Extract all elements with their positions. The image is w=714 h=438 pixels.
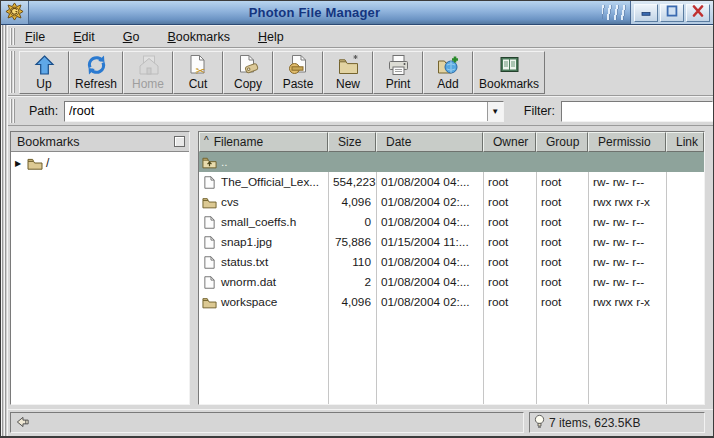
menu-items: FileEditGoBookmarksHelp — [19, 28, 306, 46]
folder-icon — [27, 157, 43, 170]
table-row[interactable]: small_coeffs.h 0 01/08/2004 04:... root … — [199, 212, 704, 232]
filter-combo: ▼ — [561, 101, 713, 122]
table-row[interactable]: wnorm.dat 2 01/08/2004 04:... root root … — [199, 272, 704, 292]
refresh-icon — [84, 54, 109, 76]
folder-up-icon — [202, 156, 217, 169]
copy-icon — [236, 54, 261, 76]
home-icon — [136, 54, 161, 76]
path-dropdown-arrow-icon[interactable]: ▼ — [487, 102, 503, 121]
hand-pointer-icon — [15, 414, 30, 432]
bookmarks-icon — [497, 54, 522, 76]
close-icon — [691, 5, 705, 20]
pathbar-grip[interactable] — [10, 99, 15, 123]
menu-edit[interactable]: Edit — [67, 28, 101, 46]
table-header: ^Filename Size Date Owner Gr — [199, 132, 704, 152]
paste-button[interactable]: Paste — [273, 51, 323, 94]
cut-icon: ✂ — [186, 54, 211, 76]
column-header[interactable]: ^Filename — [199, 132, 328, 152]
table-row[interactable]: The_Official_Lex... 554,223 01/08/2004 0… — [199, 172, 704, 192]
sort-asc-icon: ^ — [204, 135, 209, 151]
print-button[interactable]: Print — [373, 51, 423, 94]
file-icon — [202, 216, 217, 229]
main-area: Bookmarks ▶ / ^Filename — [1, 126, 713, 409]
file-icon — [202, 176, 217, 189]
table-row[interactable]: .. — [199, 152, 704, 172]
file-icon — [202, 276, 217, 289]
column-header[interactable]: Group — [536, 132, 588, 152]
menubar-grip[interactable] — [10, 28, 15, 45]
window-title: Photon File Manager — [29, 5, 600, 20]
bulb-icon — [534, 414, 545, 432]
status-summary: 7 items, 623.5KB — [529, 412, 705, 433]
column-header[interactable]: Size — [328, 132, 376, 152]
app-icon — [5, 2, 24, 24]
bookmarks-button[interactable]: Bookmarks — [473, 51, 545, 94]
menu-file[interactable]: File — [19, 28, 51, 46]
bookmarks-panel-header: Bookmarks — [11, 132, 189, 152]
menu-go[interactable]: Go — [117, 28, 146, 46]
new-button[interactable]: New — [323, 51, 373, 94]
table-row[interactable]: snap1.jpg 75,886 01/15/2004 11:... root … — [199, 232, 704, 252]
column-header[interactable]: Link — [666, 132, 704, 152]
maximize-icon — [665, 5, 679, 20]
path-input[interactable] — [65, 102, 487, 121]
table-row[interactable]: cvs 4,096 01/08/2004 02:... root root rw… — [199, 192, 704, 212]
path-label: Path: — [29, 104, 58, 118]
table-row[interactable]: status.txt 110 01/08/2004 04:... root ro… — [199, 252, 704, 272]
up-button[interactable]: Up — [19, 51, 69, 94]
print-icon — [386, 54, 411, 76]
cut-button[interactable]: ✂ Cut — [173, 51, 223, 94]
file-list-panel: ^Filename Size Date Owner Gr — [198, 131, 705, 405]
expand-arrow-icon[interactable]: ▶ — [15, 159, 24, 168]
window-menu-button[interactable] — [1, 1, 29, 24]
statusbar: 7 items, 623.5KB — [1, 409, 713, 436]
bookmarks-panel: Bookmarks ▶ / — [10, 131, 190, 405]
home-button[interactable]: Home — [123, 51, 173, 94]
filter-label: Filter: — [524, 104, 555, 118]
menubar: FileEditGoBookmarksHelp — [1, 25, 713, 48]
status-message-area — [10, 412, 524, 433]
path-combo: ▼ — [64, 101, 504, 122]
toolbar-grip[interactable] — [10, 51, 15, 93]
copy-button[interactable]: Copy — [223, 51, 273, 94]
items-summary-text: 7 items, 623.5KB — [549, 416, 640, 430]
add-button[interactable]: Add — [423, 51, 473, 94]
column-header[interactable]: Owner — [483, 132, 536, 152]
close-button[interactable] — [686, 4, 710, 22]
up-icon — [32, 54, 57, 76]
paste-icon — [286, 54, 311, 76]
folder-icon — [202, 296, 217, 309]
window-resize-edge[interactable] — [1, 25, 8, 436]
table-body: .. The_Official_Lex... 554,223 01/08/200… — [199, 152, 704, 404]
minimize-button[interactable] — [634, 4, 658, 22]
bookmarks-panel-title: Bookmarks — [17, 135, 80, 149]
folder-icon — [202, 196, 217, 209]
filter-input[interactable] — [562, 102, 714, 121]
file-icon — [202, 236, 217, 249]
table-row[interactable]: workspace 4,096 01/08/2004 02:... root r… — [199, 292, 704, 312]
toolbar: Up Refresh Home ✂ Cut — [1, 48, 713, 96]
minimize-icon — [639, 5, 653, 20]
column-header[interactable]: Permissio — [588, 132, 666, 152]
file-icon — [202, 256, 217, 269]
menu-bookmarks[interactable]: Bookmarks — [161, 28, 236, 46]
bookmarks-tree: ▶ / — [11, 152, 189, 404]
bookmark-root[interactable]: ▶ / — [13, 155, 187, 171]
new-icon — [336, 54, 361, 76]
photon-file-manager-window: Photon File Manager FileEditGoBookmarksH… — [0, 0, 714, 438]
column-header[interactable]: Date — [376, 132, 483, 152]
titlebar-grip — [602, 5, 628, 20]
titlebar[interactable]: Photon File Manager — [1, 1, 713, 25]
menu-help[interactable]: Help — [252, 28, 290, 46]
maximize-button[interactable] — [660, 4, 684, 22]
window-controls — [630, 1, 713, 24]
add-icon — [436, 54, 461, 76]
detach-panel-button[interactable] — [174, 136, 185, 147]
refresh-button[interactable]: Refresh — [69, 51, 123, 94]
toolbar-buttons: Up Refresh Home ✂ Cut — [19, 51, 545, 94]
svg-text:✂: ✂ — [195, 63, 205, 76]
pathbar: Path: ▼ Filter: ▼ — [1, 96, 713, 126]
